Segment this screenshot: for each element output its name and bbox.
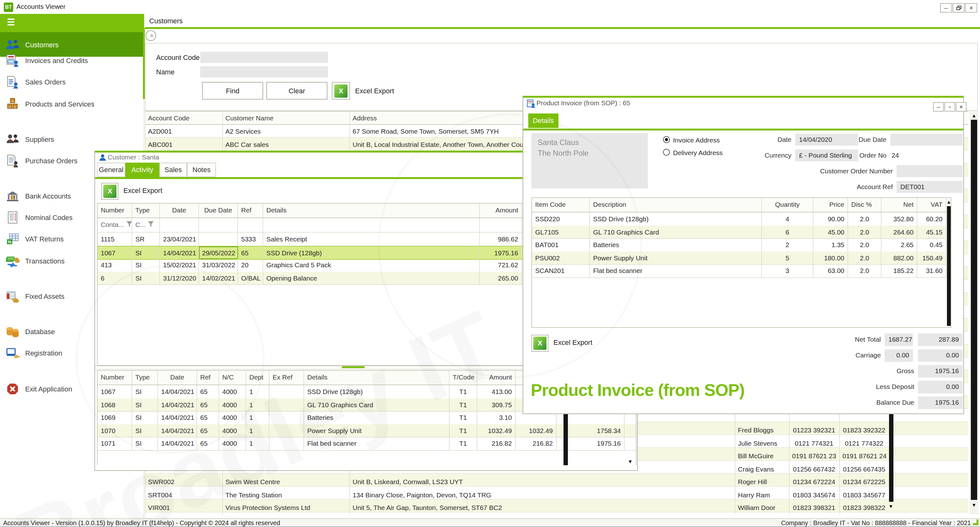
table-row[interactable]: VIR001 Virus Protection Systems Ltd Unit…	[145, 501, 889, 514]
minimize-button[interactable]: –	[940, 3, 952, 13]
header-number[interactable]: Number	[98, 370, 132, 385]
header-disc[interactable]: Disc %	[848, 198, 881, 212]
name-input[interactable]	[200, 66, 328, 78]
header-details[interactable]: Details	[304, 370, 450, 385]
table-row[interactable]: PSU002 Power Supply Unit 5 180.00 2.0 88…	[532, 251, 946, 265]
sidebar-item-suppliers[interactable]: Suppliers	[0, 131, 144, 148]
header-tcode[interactable]: T/Code	[450, 370, 477, 385]
header-amount[interactable]: Amount	[477, 370, 515, 385]
scroll-up-icon[interactable]: ▲	[972, 113, 977, 119]
tab-customers[interactable]: Customers	[149, 17, 183, 25]
scroll-down-icon[interactable]: ▼	[628, 459, 633, 465]
tab-sales[interactable]: Sales	[159, 163, 187, 177]
filter-number[interactable]: Conta...	[98, 218, 132, 232]
table-row[interactable]: 1115 SR 23/04/2021 5333 Sales Receipt 98…	[98, 233, 523, 246]
scroll-down-icon[interactable]: ▼	[972, 502, 977, 509]
due-date-field[interactable]	[890, 134, 963, 145]
table-row[interactable]: SRT004 The Testing Station 134 Binary Cl…	[145, 488, 889, 501]
header-nc[interactable]: N/C	[219, 370, 246, 385]
header-quantity[interactable]: Quantity	[762, 198, 813, 212]
tab-notes[interactable]: Notes	[187, 163, 216, 177]
clear-button[interactable]: Clear	[266, 82, 328, 100]
table-row[interactable]: 6 SI 31/12/2020 14/02/2021 O/BAL Opening…	[98, 271, 523, 285]
window-title[interactable]: Customer : Santa	[108, 153, 159, 161]
sidebar-menu-header[interactable]: ☰	[0, 14, 144, 32]
scroll-down-icon[interactable]: ▼	[888, 504, 893, 510]
customer-order-number-field[interactable]	[897, 165, 963, 177]
header-date[interactable]: Date	[158, 370, 197, 385]
header-description[interactable]: Description	[590, 198, 762, 212]
header-details[interactable]: Details	[263, 204, 480, 217]
minimize-button[interactable]: –	[933, 102, 944, 112]
invoice-address-label[interactable]: Invoice Address	[673, 136, 720, 144]
table-row-selected[interactable]: 1067 SI 14/04/2021 29/05/2022 65 SSD Dri…	[98, 246, 523, 260]
header-ref[interactable]: Ref	[238, 204, 263, 217]
table-row[interactable]: SWR002 Swim West Centre Unit B, Liskeard…	[145, 475, 889, 488]
header-account-code[interactable]: Account Code	[145, 112, 222, 124]
gross-field: 1975.16	[918, 365, 963, 378]
delivery-address-radio[interactable]	[663, 149, 670, 156]
filter-type[interactable]: C...	[132, 218, 160, 232]
table-row[interactable]: 1070 SI 14/04/2021 65 4000 1 Power Suppl…	[98, 424, 636, 438]
account-ref-field[interactable]: DET001	[897, 181, 963, 193]
tab-general[interactable]: General	[97, 163, 125, 177]
excel-export-button[interactable]: X	[531, 335, 549, 352]
collapse-panel-button[interactable]: »	[145, 30, 156, 41]
window-title[interactable]: Product Invoice (from SOP) : 65	[536, 99, 630, 107]
page-scrollbar-thumb[interactable]	[971, 120, 977, 500]
delivery-address-label[interactable]: Delivery Address	[673, 149, 723, 157]
table-row[interactable]: Fred Bloggs 01223 392321 01823 392322	[735, 423, 889, 436]
header-item-code[interactable]: Item Code	[532, 198, 590, 212]
tab-details[interactable]: Details	[528, 113, 558, 128]
scroll-up-icon[interactable]: ▲	[946, 199, 951, 206]
currency-field[interactable]: £ - Pound Sterling	[795, 149, 858, 161]
restore-button[interactable]	[953, 3, 964, 13]
sidebar-item-invoices[interactable]: Invoices and Credits	[0, 52, 144, 69]
excel-export-label[interactable]: Excel Export	[355, 87, 394, 94]
table-row[interactable]: Julie Stevens 0121 774321 0121 774322	[735, 436, 889, 449]
find-button[interactable]: Find	[202, 82, 263, 100]
excel-export-label[interactable]: Excel Export	[554, 339, 592, 346]
header-ref[interactable]: Ref	[197, 370, 219, 385]
header-due-date[interactable]: Due Date	[199, 204, 238, 217]
table-row[interactable]: 413 SI 15/02/2021 31/03/2022 20 Graphics…	[98, 259, 523, 272]
resize-grip[interactable]	[973, 519, 978, 525]
table-row[interactable]: SSD220 SSD Drive (128gb) 4 90.00 2.0 352…	[532, 212, 946, 226]
close-button[interactable]: ×	[965, 3, 977, 13]
table-row[interactable]: GL7105 GL 710 Graphics Card 6 45.00 2.0 …	[532, 225, 946, 239]
splitter-handle[interactable]	[342, 366, 364, 368]
header-dept[interactable]: Dept	[246, 370, 269, 385]
date-field[interactable]: 14/04/2020	[795, 134, 858, 145]
sidebar-item-products[interactable]: tttttt Products and Services	[0, 95, 144, 113]
tab-activity[interactable]: Activity	[125, 163, 159, 177]
excel-export-button[interactable]: X	[332, 82, 350, 100]
excel-export-label[interactable]: Excel Export	[123, 187, 162, 194]
header-vat[interactable]: VAT	[917, 198, 946, 212]
table-row[interactable]: Bill McGuire 0191 87621 23 0191 87621 24	[735, 449, 889, 462]
table-row[interactable]: BAT001 Batteries 2 1.35 2.0 2.65 0.45	[532, 238, 946, 252]
cell-fax: 01823 392322	[839, 423, 889, 436]
items-scrollbar-thumb[interactable]	[947, 206, 951, 326]
account-code-input[interactable]	[200, 52, 328, 63]
header-net[interactable]: Net	[881, 198, 917, 212]
cell-due-date: 31/03/2022	[199, 259, 238, 271]
header-type[interactable]: Type	[132, 204, 160, 217]
sidebar-item-sales-orders[interactable]: Sales Orders	[0, 73, 144, 91]
header-amount[interactable]: Amount	[480, 204, 522, 217]
table-row[interactable]: Craig Evans 01256 667432 01256 667435	[735, 462, 889, 475]
header-type[interactable]: Type	[132, 370, 158, 385]
maximize-button[interactable]: ▫	[944, 102, 955, 112]
header-customer-name[interactable]: Customer Name	[222, 112, 350, 124]
table-row[interactable]: SCAN201 Flat bed scanner 3 63.00 2.0 185…	[532, 264, 946, 278]
invoice-address-radio[interactable]	[663, 136, 670, 143]
cell-price: 180.00	[813, 251, 848, 264]
table-row[interactable]: 1071 SI 14/04/2021 65 4000 1 Flat bed sc…	[98, 437, 636, 450]
header-number[interactable]: Number	[98, 204, 132, 217]
cell-due-date-focused[interactable]: 29/05/2022	[199, 246, 238, 259]
header-price[interactable]: Price	[813, 198, 848, 212]
app-titlebar[interactable]: BT Accounts Viewer – ×	[0, 0, 980, 14]
excel-export-button[interactable]: X	[101, 183, 118, 200]
close-button[interactable]: ×	[956, 102, 966, 112]
header-date[interactable]: Date	[160, 204, 199, 217]
header-ex-ref[interactable]: Ex Ref	[269, 370, 304, 385]
